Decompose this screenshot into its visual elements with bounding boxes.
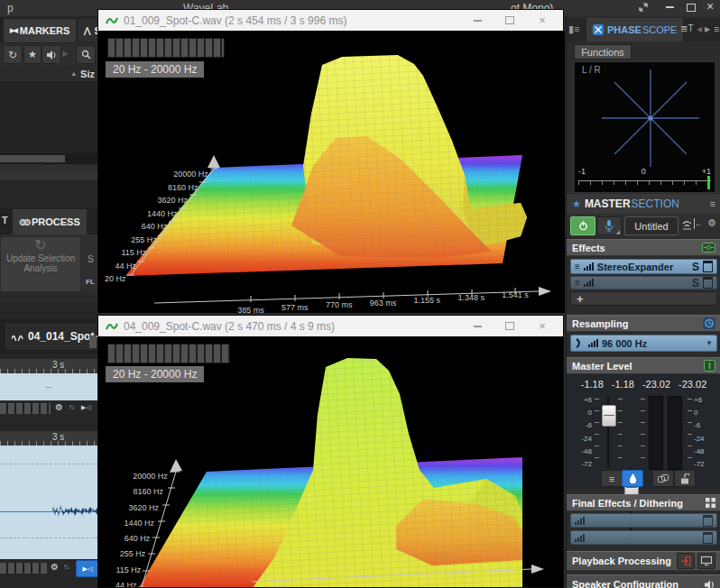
tab-markers[interactable]: ▶◀ MARKERS bbox=[4, 19, 76, 42]
master-level-header[interactable]: Master Level bbox=[567, 357, 720, 374]
dropdown-corner-icon: ◢ bbox=[615, 228, 620, 234]
wave-editor-area[interactable] bbox=[0, 446, 97, 559]
timeline-ruler-1[interactable]: 3 s bbox=[0, 359, 97, 373]
window1-minimize-icon[interactable] bbox=[464, 10, 491, 31]
list-value: 0 bbox=[694, 409, 697, 417]
unity-gain-button[interactable] bbox=[622, 470, 643, 487]
bypass-all-icon[interactable] bbox=[681, 218, 693, 234]
restore-window-icon[interactable] bbox=[683, 2, 699, 13]
effects-header[interactable]: Effects bbox=[567, 239, 720, 256]
bypass-button[interactable] bbox=[703, 261, 713, 272]
fader-left[interactable] bbox=[602, 396, 614, 468]
spectrum-window-1: 01_009_Spot-C.wav (2 s 454 ms / 3 s 996 … bbox=[97, 9, 564, 312]
wavelab-doc-icon-2 bbox=[106, 321, 118, 332]
final-effect-slot-1[interactable] bbox=[570, 513, 717, 528]
frequency-range-button-2[interactable]: 20 Hz - 20000 Hz bbox=[106, 366, 204, 382]
settings-gear-icon[interactable]: ⚙ bbox=[707, 217, 716, 229]
search-button[interactable] bbox=[76, 45, 96, 64]
speaker-configuration-header[interactable]: Speaker Configuration bbox=[567, 574, 720, 588]
refresh-button[interactable]: ↻ bbox=[3, 45, 23, 64]
star-button[interactable]: ★ bbox=[23, 45, 42, 64]
window1-titlebar[interactable]: 01_009_Spot-C.wav (2 s 454 ms / 3 s 996 … bbox=[98, 10, 563, 32]
power-button[interactable] bbox=[570, 216, 595, 235]
meter-settings-button[interactable]: ≡ bbox=[601, 470, 623, 487]
functions-button[interactable]: Functions bbox=[574, 44, 632, 60]
fader-left-cap[interactable] bbox=[602, 405, 616, 427]
gear-icon-2[interactable]: ⚙ bbox=[51, 562, 59, 572]
window2-title: 04_009_Spot-C.wav (2 s 470 ms / 4 s 9 ms… bbox=[124, 320, 458, 333]
resampling-header[interactable]: Resampling bbox=[567, 315, 720, 332]
play-icon[interactable]: ▶ bbox=[62, 49, 69, 58]
slot-drag-icon[interactable]: ≡ bbox=[575, 262, 580, 271]
gear-icon[interactable]: ⚙ bbox=[55, 402, 63, 412]
list-value: -48 bbox=[694, 447, 705, 455]
mini-scrollbar[interactable] bbox=[0, 403, 51, 414]
sort-arrows-icon[interactable]: ↑↓ bbox=[69, 403, 74, 411]
list-column-header[interactable]: ▲ Siz bbox=[0, 65, 97, 83]
resampling-clock-icon[interactable] bbox=[703, 317, 715, 329]
final-effect-slot-2[interactable] bbox=[570, 530, 717, 545]
link-channels-button[interactable] bbox=[652, 470, 674, 487]
list-value: -1.18 bbox=[612, 379, 634, 390]
play-loop-icon[interactable]: ▶◁ bbox=[81, 404, 91, 411]
tab-process[interactable]: ⚙⚙ PROCESS bbox=[13, 209, 87, 234]
timeline-ruler-2[interactable]: 3 s bbox=[0, 431, 97, 446]
preset-field[interactable]: Untitled bbox=[624, 216, 678, 235]
tab-next-icon[interactable]: ▶ bbox=[705, 25, 710, 33]
window1-title: 01_009_Spot-C.wav (2 s 454 ms / 3 s 996 … bbox=[124, 14, 458, 27]
close-window-icon[interactable]: × bbox=[702, 1, 718, 12]
effects-chain-icon[interactable] bbox=[702, 243, 715, 253]
speaker-config-icon[interactable] bbox=[705, 580, 715, 588]
scrollbar-thumb[interactable] bbox=[0, 155, 65, 162]
master-section-menu-icon[interactable]: ≡ bbox=[710, 198, 715, 209]
effect-slot-1[interactable]: ≡ StereoExpander S bbox=[570, 259, 717, 274]
sort-arrows-icon-2[interactable]: ↑↓ bbox=[63, 563, 69, 571]
playback-insert-icon[interactable] bbox=[677, 553, 695, 569]
waveform-overview[interactable]: -- bbox=[0, 373, 97, 400]
level-meter-toggle-icon[interactable] bbox=[704, 360, 715, 372]
playback-processing-header[interactable]: Playback Processing bbox=[567, 551, 720, 571]
meter-tab-icon[interactable]: ≣T bbox=[680, 23, 694, 33]
tab-scroll-button[interactable] bbox=[89, 335, 97, 348]
effect-slot-2[interactable]: ≡ S bbox=[570, 276, 717, 289]
reset-icon[interactable]: ← bbox=[694, 218, 704, 229]
update-selection-analysis-button[interactable]: ↻ Update Selection Analysis bbox=[0, 236, 81, 292]
final-effects-header[interactable]: Final Effects / Dithering bbox=[567, 494, 720, 511]
window1-maximize-icon[interactable] bbox=[496, 10, 523, 31]
master-section-star-icon: ★ bbox=[572, 198, 581, 210]
window1-close-icon[interactable]: × bbox=[529, 10, 556, 31]
caret-icon: ⋀ bbox=[84, 26, 90, 35]
window2-minimize-icon[interactable] bbox=[464, 316, 491, 336]
tab-fragment-t[interactable]: T bbox=[2, 215, 8, 225]
list-value: -1 bbox=[578, 167, 586, 176]
resample-icon bbox=[575, 338, 585, 348]
window1-client: 20 Hz - 20000 Hz 20 Hz44 Hz115 Hz255 Hz6… bbox=[98, 31, 565, 313]
fader-scale-right: +60-6-24-48-72 bbox=[694, 396, 708, 468]
mini-scrollbar-2[interactable] bbox=[0, 563, 47, 574]
add-effect-button[interactable]: + bbox=[570, 291, 717, 306]
master-section-header[interactable]: ★ MASTERSECTION ≡ bbox=[567, 194, 720, 214]
play-mode-button-active[interactable]: ▶◁ bbox=[76, 560, 99, 577]
tabbar-menu-icon[interactable]: ≡ bbox=[714, 23, 719, 34]
tab-phasescope[interactable]: PHASESCOPE bbox=[586, 18, 683, 41]
file-tabbar: 04_014_Spot- bbox=[0, 319, 97, 354]
unlock-button[interactable] bbox=[674, 470, 696, 487]
sample-rate-dropdown[interactable]: 96 000 Hz ▼ bbox=[570, 335, 717, 352]
window2-titlebar[interactable]: 04_009_Spot-C.wav (2 s 470 ms / 4 s 9 ms… bbox=[98, 316, 563, 337]
speaker-button[interactable] bbox=[42, 45, 61, 64]
panel-splitter[interactable]: ⋯ bbox=[0, 164, 97, 171]
monitor-input-button[interactable]: ◢ bbox=[596, 216, 622, 235]
final-slot1-meter-icon bbox=[575, 517, 585, 525]
grid-icon[interactable] bbox=[706, 498, 715, 508]
fader-ticks-left bbox=[595, 399, 599, 467]
minimize-window-icon[interactable] bbox=[661, 2, 678, 13]
playback-monitor-icon[interactable] bbox=[697, 553, 715, 569]
tab-prev-icon[interactable]: ◀ bbox=[697, 25, 702, 33]
window2-close-icon[interactable]: × bbox=[529, 316, 556, 336]
frequency-range-button-1[interactable]: 20 Hz - 20000 Hz bbox=[106, 61, 204, 78]
resize-window-icon[interactable] bbox=[635, 2, 651, 13]
window2-maximize-icon[interactable] bbox=[496, 316, 523, 336]
marker-list[interactable] bbox=[0, 83, 97, 153]
panel-options-icon[interactable]: ▮≡ bbox=[568, 23, 579, 35]
solo-button[interactable]: S bbox=[692, 261, 699, 273]
